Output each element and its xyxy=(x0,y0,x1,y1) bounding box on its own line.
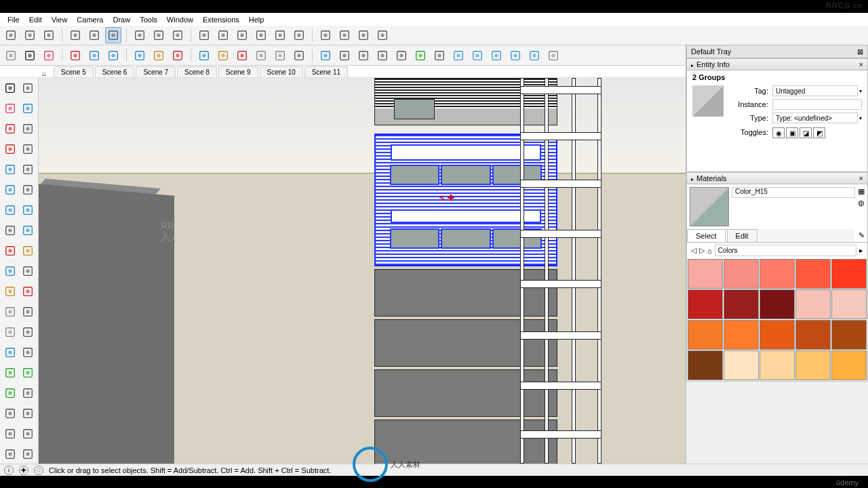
color-swatch[interactable] xyxy=(795,320,831,350)
scale-icon[interactable] xyxy=(215,47,231,64)
shadow-receive-icon[interactable]: ◩ xyxy=(813,127,825,138)
menu-window[interactable]: Window xyxy=(162,14,198,25)
shadow-cast-icon[interactable]: ◪ xyxy=(800,127,812,138)
color-swatch[interactable] xyxy=(760,320,795,350)
pushpull-icon[interactable] xyxy=(151,47,167,64)
axes-icon[interactable] xyxy=(1,344,18,361)
poly-icon[interactable] xyxy=(20,181,37,198)
visible-toggle-icon[interactable]: ◉ xyxy=(772,127,785,138)
set-default-icon[interactable]: ◍ xyxy=(858,199,865,207)
arc-icon[interactable] xyxy=(132,47,148,64)
color-swatch[interactable] xyxy=(831,259,867,289)
rect-icon[interactable] xyxy=(1,161,18,178)
tape-icon[interactable] xyxy=(1,303,18,320)
freehand-icon[interactable] xyxy=(20,120,37,137)
color-swatch[interactable] xyxy=(831,350,867,380)
zoom-icon[interactable] xyxy=(1,384,18,401)
lock-toggle-icon[interactable]: ▣ xyxy=(786,127,798,138)
forward-icon[interactable]: ▷ xyxy=(699,246,705,255)
walk-icon[interactable] xyxy=(1,445,18,462)
scene-tab[interactable]: Scene 6 xyxy=(95,66,135,77)
menu-file[interactable]: File xyxy=(3,14,24,25)
menu-extensions[interactable]: Extensions xyxy=(198,14,244,25)
eraser-icon[interactable] xyxy=(41,47,57,64)
scale-icon[interactable] xyxy=(1,283,18,300)
cloud3-icon[interactable] xyxy=(488,47,505,64)
axes-icon[interactable] xyxy=(317,47,334,64)
color-swatch[interactable] xyxy=(795,289,831,319)
tape-icon[interactable] xyxy=(253,47,269,64)
scene-tab[interactable]: Scene 11 xyxy=(304,66,348,77)
color-swatch[interactable] xyxy=(724,320,759,350)
open-icon[interactable] xyxy=(22,27,38,43)
look-icon[interactable] xyxy=(20,425,37,442)
color-swatch[interactable] xyxy=(831,320,867,350)
text-icon[interactable] xyxy=(20,323,37,340)
color-swatch[interactable] xyxy=(795,350,831,380)
home-icon[interactable]: ⌂ xyxy=(707,247,712,255)
close-icon[interactable]: × xyxy=(859,60,863,68)
zoomext-icon[interactable] xyxy=(431,47,448,64)
info-icon[interactable]: i xyxy=(4,466,14,475)
walk-icon[interactable] xyxy=(374,47,391,64)
rotate-icon[interactable] xyxy=(196,47,212,64)
paint-icon[interactable] xyxy=(20,100,37,117)
color-swatch[interactable] xyxy=(795,259,831,289)
type-dropdown[interactable]: Type: <undefined> xyxy=(772,113,858,123)
home-icon[interactable]: ⌂ xyxy=(42,70,46,77)
followme-icon[interactable] xyxy=(20,262,37,279)
viewport-3d[interactable]: ↖ ✚ RRCG人人素材 xyxy=(39,78,686,464)
paste-icon[interactable] xyxy=(105,27,121,43)
xray-icon[interactable] xyxy=(291,27,307,43)
print-icon[interactable] xyxy=(170,27,186,43)
color-swatch[interactable] xyxy=(688,350,723,380)
orbit-icon[interactable] xyxy=(1,364,18,381)
color-swatch[interactable] xyxy=(831,289,867,319)
menu-icon[interactable]: ▸ xyxy=(859,246,863,255)
zoom-icon[interactable] xyxy=(412,47,429,64)
section-icon[interactable] xyxy=(355,47,372,64)
arc3-icon[interactable] xyxy=(20,222,37,239)
pan-icon[interactable] xyxy=(20,364,37,381)
protractor-icon[interactable] xyxy=(1,323,18,340)
rect-icon[interactable] xyxy=(86,47,102,64)
cloud4-icon[interactable] xyxy=(507,47,524,64)
cloud5-icon[interactable] xyxy=(526,47,542,64)
line-icon[interactable] xyxy=(1,140,18,157)
menu-help[interactable]: Help xyxy=(244,14,269,25)
tray-title-bar[interactable]: Default Tray ⊠ xyxy=(686,45,868,58)
circle-icon[interactable] xyxy=(1,181,18,198)
cloud-icon[interactable] xyxy=(450,47,467,64)
close-icon[interactable]: ⊠ xyxy=(857,47,863,56)
color-swatch[interactable] xyxy=(724,289,759,319)
menu-view[interactable]: View xyxy=(47,14,73,25)
color-swatch[interactable] xyxy=(724,259,759,289)
model-icon[interactable] xyxy=(196,27,212,43)
eyedropper-icon[interactable]: ✎ xyxy=(856,229,867,242)
select-icon[interactable] xyxy=(22,47,38,64)
line-icon[interactable] xyxy=(67,47,83,64)
shadows-icon[interactable] xyxy=(253,27,269,43)
scene-tab[interactable]: Scene 8 xyxy=(177,66,217,77)
library-dropdown[interactable]: Colors xyxy=(715,245,856,256)
user-icon[interactable] xyxy=(545,47,561,64)
color-swatch[interactable] xyxy=(688,289,723,319)
cut-icon[interactable] xyxy=(67,27,83,43)
eraser-icon[interactable] xyxy=(1,100,18,117)
offset-icon[interactable] xyxy=(20,283,37,300)
outliner-icon[interactable] xyxy=(234,27,250,43)
arc-icon[interactable] xyxy=(1,201,18,218)
materials-header[interactable]: ▸Materials × xyxy=(686,172,868,184)
save-icon[interactable] xyxy=(41,27,57,43)
lasso-icon[interactable] xyxy=(20,79,37,96)
move-icon[interactable] xyxy=(1,242,18,259)
wave-icon[interactable] xyxy=(20,140,37,157)
credits-icon[interactable]: ♡ xyxy=(34,466,43,475)
close-icon[interactable]: × xyxy=(859,174,863,182)
cloud2-icon[interactable] xyxy=(469,47,486,64)
hidden-icon[interactable] xyxy=(336,27,353,43)
zoomext-icon[interactable] xyxy=(20,405,37,422)
create-material-icon[interactable]: ▦ xyxy=(858,187,865,196)
menu-draw[interactable]: Draw xyxy=(108,14,135,25)
chevron-down-icon[interactable]: ▾ xyxy=(859,115,862,121)
